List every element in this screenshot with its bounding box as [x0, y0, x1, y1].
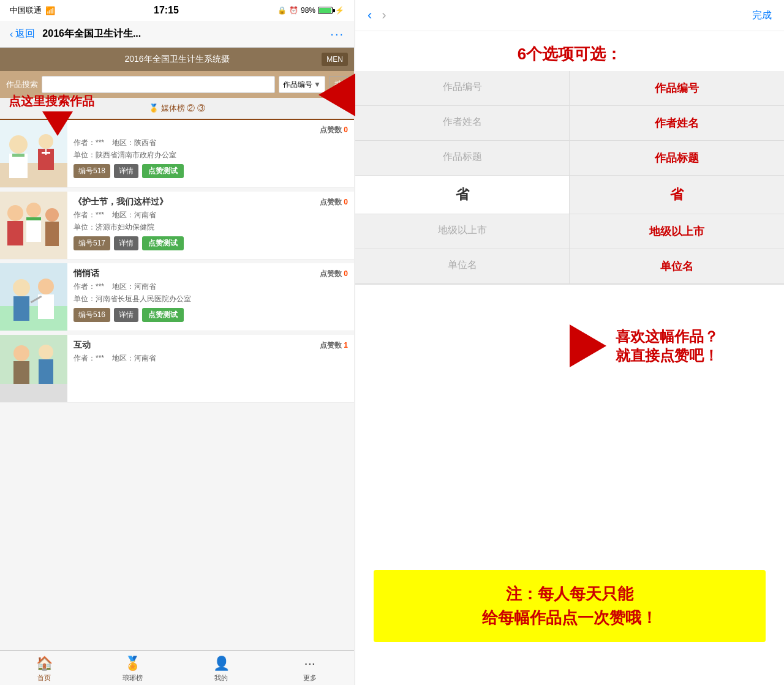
alarm-icon: ⏰	[289, 6, 298, 15]
option-author-active[interactable]: 作者姓名	[570, 106, 784, 141]
item-meta-unit-1: 单位：陕西省渭南市政府办公室	[74, 150, 348, 160]
svg-point-10	[7, 205, 23, 221]
item-actions-2: 编号517 详情 点赞测试	[74, 236, 348, 250]
search-dropdown[interactable]: 作品编号 ▼	[279, 76, 325, 93]
right-panel: ‹ › 完成 6个选项可选： 作品编号 作品编号 作者姓名 作者姓名 作品标题 …	[355, 0, 784, 685]
home-icon: 🏠	[36, 656, 53, 672]
detail-button-3[interactable]: 详情	[114, 308, 138, 322]
left-panel: 中国联通 📶 17:15 🔒 ⏰ 98% ⚡ ‹ 返回 2016年全国卫生计生.…	[0, 0, 355, 685]
option-zuopin-bianhao-active[interactable]: 作品编号	[570, 71, 784, 106]
like-count-4: 点赞数 1	[320, 340, 348, 351]
app-header-title: 2016年全国卫生计生系统摄	[124, 54, 229, 64]
item-content-4: 互动 点赞数 1 作者：*** 地区：河南省	[67, 335, 354, 402]
back-chevron-icon: ‹	[10, 29, 13, 40]
svg-rect-22	[38, 294, 54, 319]
nav-home[interactable]: 🏠 首页	[0, 656, 89, 683]
svg-rect-16	[45, 222, 59, 246]
nav-profile[interactable]: 👤 我的	[177, 656, 266, 683]
item-title-4: 互动 点赞数 1	[74, 340, 348, 351]
thumb-svg-2	[0, 192, 67, 259]
wifi-icon: 📶	[45, 6, 55, 15]
like-num-1: 0	[344, 125, 348, 134]
item-content-1: 点赞数 0 作者：*** 地区：陕西省 单位：陕西省渭南市政府办公室 编号518…	[67, 120, 354, 187]
detail-button-1[interactable]: 详情	[114, 164, 138, 178]
svg-rect-8	[45, 149, 47, 155]
medal-icon: 🥇	[149, 103, 159, 113]
nav-bar: ‹ 返回 2016年全国卫生计生... ···	[0, 21, 354, 48]
like-button-1[interactable]: 点赞测试	[142, 164, 184, 178]
option-text: 省	[456, 187, 469, 202]
option-text: 单位名	[660, 260, 693, 272]
svg-point-5	[39, 134, 53, 149]
back-arrow-button[interactable]: ‹	[368, 7, 372, 23]
detail-button-2[interactable]: 详情	[114, 236, 138, 250]
nav-more[interactable]: ··· 更多	[266, 656, 355, 683]
search-bar: 作品搜索 作品编号 ▼ 搜	[0, 71, 354, 98]
like-label-3: 点赞数	[320, 269, 342, 278]
profile-icon: 👤	[213, 656, 230, 672]
code-button-2[interactable]: 编号517	[74, 236, 110, 250]
nav-home-label: 首页	[37, 673, 51, 683]
option-unit-active[interactable]: 单位名	[570, 249, 784, 284]
option-title-active[interactable]: 作品标题	[570, 141, 784, 176]
back-label: 返回	[15, 28, 35, 40]
time-display: 17:15	[154, 5, 179, 16]
like-label-4: 点赞数	[320, 341, 342, 350]
item-title-text-4: 互动	[74, 340, 91, 351]
like-label-1: 点赞数	[320, 125, 342, 134]
lightning-icon: ⚡	[335, 6, 344, 15]
like-num-4: 1	[344, 341, 348, 350]
option-text: 单位名	[448, 260, 477, 270]
search-label: 作品搜索	[6, 79, 38, 90]
option-text: 作品标题	[655, 152, 699, 164]
option-city-disabled: 地级以上市	[355, 214, 570, 249]
item-meta-unit-2: 单位：济源市妇幼保健院	[74, 222, 348, 233]
status-bar: 中国联通 📶 17:15 🔒 ⏰ 98% ⚡	[0, 0, 354, 21]
list-item: 《护士节，我们这样过》 点赞数 0 作者：*** 地区：河南省 单位：济源市妇幼…	[0, 192, 354, 260]
item-content-2: 《护士节，我们这样过》 点赞数 0 作者：*** 地区：河南省 单位：济源市妇幼…	[67, 192, 354, 259]
like-button-2[interactable]: 点赞测试	[142, 236, 184, 250]
thumb-svg-1	[0, 120, 67, 187]
author-3: 作者：***	[74, 282, 104, 291]
svg-point-21	[38, 279, 54, 294]
like-count-2: 点赞数 0	[320, 197, 348, 208]
note-text: 注：每人每天只能 给每幅作品点一次赞哦！	[392, 582, 747, 630]
item-meta-author-4: 作者：*** 地区：河南省	[74, 353, 348, 364]
menu-button[interactable]: MEN	[322, 53, 348, 66]
option-province-highlighted[interactable]: 省	[355, 176, 570, 214]
done-button[interactable]: 完成	[752, 9, 772, 22]
item-thumbnail-3	[0, 263, 67, 331]
item-title-3: 悄悄话 点赞数 0	[74, 268, 348, 279]
code-button-1[interactable]: 编号518	[74, 164, 110, 178]
option-province-red[interactable]: 省	[570, 176, 784, 214]
option-author-disabled: 作者姓名	[355, 106, 570, 141]
item-meta-author-3: 作者：*** 地区：河南省	[74, 282, 348, 292]
code-button-3[interactable]: 编号516	[74, 308, 110, 322]
list-item: 悄悄话 点赞数 0 作者：*** 地区：河南省 单位：河南省长垣县人民医院办公室…	[0, 263, 354, 331]
region-3: 地区：河南省	[112, 282, 156, 291]
region-2: 地区：河南省	[112, 211, 156, 219]
carrier-text: 中国联通	[10, 5, 42, 16]
more-button[interactable]: ···	[330, 27, 344, 41]
search-input[interactable]	[42, 76, 275, 93]
svg-rect-18	[0, 306, 67, 331]
option-zuopin-bianaho-disabled: 作品编号	[355, 71, 570, 106]
svg-rect-28	[39, 359, 53, 384]
like-annotation-text: 喜欢这幅作品？ 就直接点赞吧！	[616, 327, 718, 365]
like-button-3[interactable]: 点赞测试	[142, 308, 184, 322]
nav-profile-label: 我的	[214, 673, 228, 683]
search-button[interactable]: 搜	[329, 76, 348, 93]
note-section: 注：每人每天只能 给每幅作品点一次赞哦！	[374, 570, 766, 642]
option-text: 作者姓名	[443, 116, 482, 127]
svg-point-25	[13, 345, 29, 361]
svg-rect-24	[0, 335, 67, 384]
region-4: 地区：河南省	[112, 354, 156, 362]
tab-leaderboard[interactable]: 🥇 媒体榜 ② ③	[0, 98, 354, 120]
list-item: 互动 点赞数 1 作者：*** 地区：河南省	[0, 335, 354, 403]
option-city-active[interactable]: 地级以上市	[570, 214, 784, 249]
nav-ranking-label: 琅琊榜	[123, 673, 143, 683]
nav-ranking[interactable]: 🏅 琅琊榜	[89, 656, 178, 683]
svg-point-19	[13, 279, 30, 296]
forward-arrow-button[interactable]: ›	[382, 7, 386, 23]
back-button[interactable]: ‹ 返回	[10, 28, 35, 40]
